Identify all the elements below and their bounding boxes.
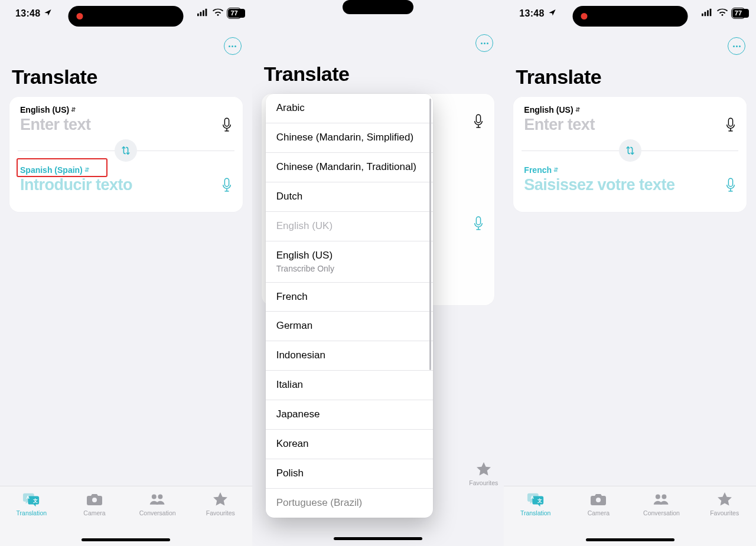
lang-option-arabic[interactable]: Arabic [266, 94, 434, 123]
lang-option-chinese-traditional[interactable]: Chinese (Mandarin, Traditional) [266, 153, 434, 182]
svg-point-34 [656, 495, 660, 499]
tab-favourites[interactable]: Favourites [693, 491, 756, 516]
translate-card: English (US) ⇵ Enter text French ⇵ [513, 97, 747, 212]
tab-favourites[interactable]: Favourites [189, 491, 252, 516]
screenshot-2: Translate Arabic Chinese (Mandarin, Simp… [252, 0, 504, 546]
svg-rect-18 [477, 217, 481, 225]
tab-favourites[interactable]: Favourites [469, 461, 498, 486]
star-icon [211, 491, 229, 508]
target-language-selector[interactable]: French ⇵ [524, 165, 558, 175]
dynamic-island [343, 0, 413, 14]
source-language-selector[interactable]: English (US) ⇵ [524, 105, 579, 115]
battery-icon: 77 [731, 8, 745, 19]
svg-rect-0 [197, 13, 199, 16]
svg-rect-24 [709, 8, 711, 16]
tab-bar: A文 Translation Camera Conversation Favou… [0, 486, 252, 546]
source-mic-button[interactable] [220, 116, 233, 134]
target-text-input[interactable]: Saisissez votre texte [524, 176, 674, 194]
source-language-selector[interactable]: English (US) ⇵ [20, 105, 76, 115]
tab-translation[interactable]: A文 Translation [504, 491, 567, 516]
swap-languages-button[interactable] [619, 139, 641, 162]
page-title: Translate [0, 61, 252, 94]
lang-option-japanese[interactable]: Japanese [266, 400, 434, 430]
divider [522, 151, 738, 151]
svg-text:A: A [27, 495, 30, 500]
divider [18, 151, 234, 151]
svg-rect-21 [702, 13, 703, 16]
lang-option-dutch[interactable]: Dutch [266, 182, 434, 212]
language-picker-popover: Arabic Chinese (Mandarin, Simplified) Ch… [266, 94, 434, 518]
svg-point-14 [158, 495, 162, 499]
svg-rect-7 [224, 178, 229, 187]
chevron-updown-icon: ⇵ [84, 168, 89, 172]
svg-rect-2 [203, 10, 205, 16]
svg-rect-25 [728, 118, 732, 126]
source-mic-button[interactable] [724, 116, 737, 134]
lang-option-polish[interactable]: Polish [266, 459, 434, 489]
target-mic-button[interactable] [220, 176, 233, 194]
star-icon [475, 461, 493, 478]
lang-option-indonesian[interactable]: Indonesian [266, 341, 434, 371]
tab-camera[interactable]: Camera [567, 491, 630, 516]
target-text-input[interactable]: Introducir texto [20, 176, 132, 194]
lang-option-german[interactable]: German [266, 312, 434, 341]
camera-icon [86, 491, 103, 508]
svg-rect-3 [206, 8, 207, 16]
source-text-input[interactable]: Enter text [524, 116, 595, 134]
translation-icon: A文 [22, 491, 40, 508]
svg-rect-15 [477, 115, 481, 123]
chevron-updown-icon: ⇵ [575, 107, 580, 112]
target-mic-button[interactable] [724, 176, 737, 194]
camera-icon [589, 491, 607, 508]
wifi-icon [717, 8, 728, 19]
svg-rect-23 [707, 10, 709, 16]
location-icon [548, 8, 556, 19]
lang-option-italian[interactable]: Italian [266, 371, 434, 400]
svg-rect-22 [704, 12, 706, 16]
status-time: 13:48 [519, 8, 544, 19]
screenshot-3: 13:48 77 Translate English (US) ⇵ [504, 0, 756, 546]
svg-rect-4 [224, 118, 229, 126]
tab-conversation[interactable]: Conversation [630, 491, 693, 516]
dynamic-island [572, 6, 687, 27]
target-language-selector[interactable]: Spanish (Spain) ⇵ [20, 165, 89, 175]
tab-conversation[interactable]: Conversation [126, 491, 189, 516]
target-mic-button[interactable] [472, 215, 485, 233]
swap-languages-button[interactable] [115, 139, 137, 162]
lang-option-portuguese-brazil[interactable]: Portuguese (Brazil) [266, 489, 434, 518]
more-menu-button[interactable] [224, 37, 242, 55]
tab-bar: A文 Translation Camera Conversation Favou… [504, 486, 756, 546]
svg-text:文: 文 [32, 498, 38, 504]
svg-point-13 [152, 495, 157, 499]
recording-indicator-icon [581, 13, 587, 19]
more-menu-button[interactable] [475, 34, 493, 52]
scrollbar[interactable] [429, 99, 431, 370]
lang-option-chinese-simplified[interactable]: Chinese (Mandarin, Simplified) [266, 123, 434, 153]
conversation-icon [149, 491, 167, 508]
page-title: Translate [504, 61, 756, 94]
svg-text:文: 文 [536, 498, 542, 504]
more-menu-button[interactable] [728, 37, 745, 55]
tab-translation[interactable]: A文 Translation [0, 491, 63, 516]
lang-option-english-uk[interactable]: English (UK) [266, 212, 434, 241]
svg-rect-1 [200, 12, 202, 16]
lang-option-korean[interactable]: Korean [266, 430, 434, 459]
source-text-input[interactable]: Enter text [20, 116, 91, 134]
home-indicator[interactable] [586, 538, 674, 541]
tab-camera[interactable]: Camera [63, 491, 126, 516]
lang-option-english-us[interactable]: English (US) Transcribe Only [266, 241, 434, 283]
svg-rect-28 [728, 178, 732, 187]
cellular-icon [197, 8, 209, 19]
home-indicator[interactable] [334, 537, 422, 540]
screenshot-1: 13:48 77 Translate English (US) ⇵ [0, 0, 252, 546]
translate-card: English (US) ⇵ Enter text Spanish (Spain… [9, 97, 243, 212]
chevron-updown-icon: ⇵ [553, 168, 558, 172]
source-mic-button[interactable] [472, 113, 485, 130]
home-indicator[interactable] [82, 538, 170, 541]
wifi-icon [213, 8, 223, 19]
status-bar: 13:48 77 [0, 0, 252, 27]
status-right: 77 [702, 8, 745, 19]
svg-point-33 [596, 498, 601, 502]
svg-point-35 [662, 495, 666, 499]
lang-option-french[interactable]: French [266, 283, 434, 312]
